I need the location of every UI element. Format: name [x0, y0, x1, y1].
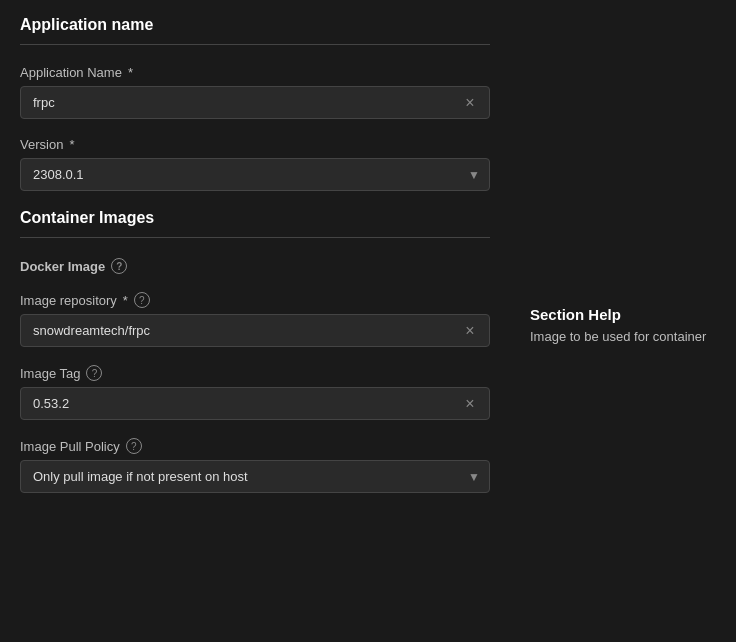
image-pull-policy-label: Image Pull Policy ?: [20, 438, 490, 454]
page-container: Application name Application Name* × Ver…: [0, 0, 736, 642]
app-name-field-group: Application Name* ×: [20, 65, 490, 119]
left-panel: Application name Application Name* × Ver…: [0, 0, 510, 642]
image-pull-policy-select-wrapper: Only pull image if not present on host ▼: [20, 460, 490, 493]
version-select[interactable]: 2308.0.1: [20, 158, 490, 191]
section-help-text: Image to be used for container: [530, 329, 716, 344]
section-help-container: Section Help Image to be used for contai…: [530, 306, 716, 344]
image-repository-label: Image repository* ?: [20, 292, 490, 308]
version-label: Version*: [20, 137, 490, 152]
image-tag-input[interactable]: [20, 387, 490, 420]
container-images-section: Container Images Docker Image ? Image re…: [20, 209, 490, 493]
image-repository-help-icon[interactable]: ?: [134, 292, 150, 308]
image-tag-clear-button[interactable]: ×: [460, 394, 480, 414]
version-select-wrapper: 2308.0.1 ▼: [20, 158, 490, 191]
image-repository-input-wrapper: ×: [20, 314, 490, 347]
app-name-input[interactable]: [20, 86, 490, 119]
application-name-section: Application name Application Name* × Ver…: [20, 16, 490, 191]
image-tag-help-icon[interactable]: ?: [86, 365, 102, 381]
app-name-input-wrapper: ×: [20, 86, 490, 119]
section-help-title: Section Help: [530, 306, 716, 323]
image-pull-policy-field-group: Image Pull Policy ? Only pull image if n…: [20, 438, 490, 493]
version-field-group: Version* 2308.0.1 ▼: [20, 137, 490, 191]
app-name-required: *: [128, 65, 133, 80]
image-repository-clear-button[interactable]: ×: [460, 321, 480, 341]
application-name-title: Application name: [20, 16, 490, 45]
docker-image-group: Docker Image ?: [20, 258, 490, 274]
image-tag-input-wrapper: ×: [20, 387, 490, 420]
image-tag-field-group: Image Tag ? ×: [20, 365, 490, 420]
image-repository-required: *: [123, 293, 128, 308]
image-repository-field-group: Image repository* ? ×: [20, 292, 490, 347]
image-pull-policy-help-icon[interactable]: ?: [126, 438, 142, 454]
docker-image-label: Docker Image ?: [20, 258, 490, 274]
image-tag-label: Image Tag ?: [20, 365, 490, 381]
app-name-label: Application Name*: [20, 65, 490, 80]
app-name-clear-button[interactable]: ×: [460, 93, 480, 113]
version-required: *: [69, 137, 74, 152]
image-pull-policy-select[interactable]: Only pull image if not present on host: [20, 460, 490, 493]
right-panel: Section Help Image to be used for contai…: [510, 0, 736, 642]
docker-image-help-icon[interactable]: ?: [111, 258, 127, 274]
container-images-title: Container Images: [20, 209, 490, 238]
image-repository-input[interactable]: [20, 314, 490, 347]
